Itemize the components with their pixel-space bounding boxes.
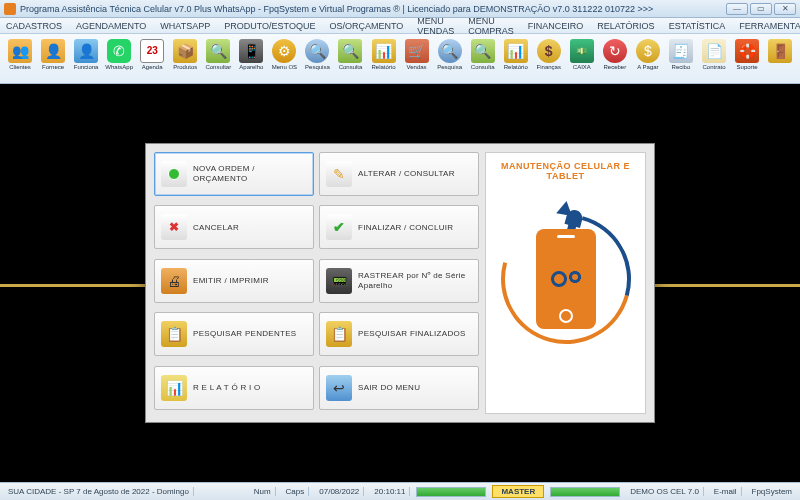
- tb-apagar[interactable]: $A Pagar: [632, 37, 664, 81]
- menu-estatistica[interactable]: ESTATÍSTICA: [669, 21, 726, 31]
- search-icon: 🔍: [438, 39, 462, 63]
- pendentes-button[interactable]: 📋PESQUISAR PENDENTES: [154, 312, 314, 356]
- tb-relatorio1[interactable]: 📊Relatório: [368, 37, 400, 81]
- box-icon: 📦: [173, 39, 197, 63]
- emitir-button[interactable]: 🖨EMITIR / IMPRIMIR: [154, 259, 314, 303]
- menu-financeiro[interactable]: FINANCEIRO: [528, 21, 584, 31]
- document-icon: 📄: [702, 39, 726, 63]
- statusbar: SUA CIDADE - SP 7 de Agosto de 2022 - Do…: [0, 482, 800, 500]
- pay-icon: $: [636, 39, 660, 63]
- report-icon: 📊: [161, 375, 187, 401]
- tb-aparelho[interactable]: 📱Aparelho: [235, 37, 267, 81]
- search-icon: 🔍: [305, 39, 329, 63]
- phone-icon: 📱: [239, 39, 263, 63]
- print-icon: 🖨: [161, 268, 187, 294]
- sb-master: MASTER: [492, 485, 544, 498]
- button-grid: NOVA ORDEM / ORÇAMENTO ALTERAR / CONSULT…: [154, 152, 479, 414]
- toolbar: 👥Clientes 👤Fornece 👤Funciona ✆WhatsApp 2…: [0, 34, 800, 84]
- exit-icon: ↩: [326, 375, 352, 401]
- logo: [496, 189, 636, 369]
- sb-caps: Caps: [282, 487, 310, 496]
- whatsapp-icon: ✆: [107, 39, 131, 63]
- done-icon: 📋: [326, 321, 352, 347]
- receipt-icon: 🧾: [669, 39, 693, 63]
- tb-caixa[interactable]: 💵CAIXA: [566, 37, 598, 81]
- tb-contrato[interactable]: 📄Contrato: [698, 37, 730, 81]
- sb-progress2: [550, 487, 620, 497]
- relatorio-button[interactable]: 📊R E L A T Ó R I O: [154, 366, 314, 410]
- tb-recibo[interactable]: 🧾Recibo: [665, 37, 697, 81]
- sb-num: Num: [250, 487, 276, 496]
- tb-receber[interactable]: ↻Receber: [599, 37, 631, 81]
- track-icon: 📟: [326, 268, 352, 294]
- sb-progress: [416, 487, 486, 497]
- menu-vendas[interactable]: MENU VENDAS: [417, 16, 454, 36]
- finalizar-button[interactable]: FINALIZAR / CONCLUIR: [319, 205, 479, 249]
- cancel-icon: [161, 214, 187, 240]
- cancelar-button[interactable]: CANCELAR: [154, 205, 314, 249]
- tb-agenda[interactable]: 23Agenda: [136, 37, 168, 81]
- check-icon: [326, 214, 352, 240]
- menu-relatorios[interactable]: RELATÓRIOS: [597, 21, 654, 31]
- app-icon: [4, 3, 16, 15]
- minimize-button[interactable]: —: [726, 3, 748, 15]
- gear-icon: [551, 271, 567, 287]
- gear-icon: ⚙: [272, 39, 296, 63]
- titlebar: Programa Assistência Técnica Celular v7.…: [0, 0, 800, 18]
- edit-icon: [326, 161, 352, 187]
- tb-clientes[interactable]: 👥Clientes: [4, 37, 36, 81]
- people-icon: 👥: [8, 39, 32, 63]
- sb-date: 07/08/2022: [315, 487, 364, 496]
- tb-menuos[interactable]: ⚙Menu OS: [268, 37, 300, 81]
- alterar-button[interactable]: ALTERAR / CONSULTAR: [319, 152, 479, 196]
- finalizados-button[interactable]: 📋PESQUISAR FINALIZADOS: [319, 312, 479, 356]
- tb-pesquisa1[interactable]: 🔍Pesquisa: [301, 37, 333, 81]
- phone-icon: [536, 229, 596, 329]
- menu-whatsapp[interactable]: WHATSAPP: [160, 21, 210, 31]
- tb-fornece[interactable]: 👤Fornece: [37, 37, 69, 81]
- menu-produto[interactable]: PRODUTO/ESTOQUE: [224, 21, 315, 31]
- sb-location: SUA CIDADE - SP 7 de Agosto de 2022 - Do…: [4, 487, 194, 496]
- tb-consulta2[interactable]: 🔍Consulta: [467, 37, 499, 81]
- maximize-button[interactable]: ▭: [750, 3, 772, 15]
- search-icon: 🔍: [471, 39, 495, 63]
- menu-os[interactable]: OS/ORÇAMENTO: [329, 21, 403, 31]
- tb-consulta1[interactable]: 🔍Consulta: [334, 37, 366, 81]
- search-icon: 🔍: [338, 39, 362, 63]
- sair-menu-button[interactable]: ↩SAIR DO MENU: [319, 366, 479, 410]
- money-icon: $: [537, 39, 561, 63]
- sb-time: 20:10:11: [370, 487, 410, 496]
- sb-email[interactable]: E-mail: [710, 487, 742, 496]
- nova-ordem-button[interactable]: NOVA ORDEM / ORÇAMENTO: [154, 152, 314, 196]
- tb-funciona[interactable]: 👤Funciona: [70, 37, 102, 81]
- tb-vendas[interactable]: 🛒Vendas: [401, 37, 433, 81]
- tb-consultar1[interactable]: 🔍Consultar: [202, 37, 234, 81]
- person-icon: 👤: [74, 39, 98, 63]
- receive-icon: ↻: [603, 39, 627, 63]
- tb-produtos[interactable]: 📦Produtos: [169, 37, 201, 81]
- new-icon: [161, 161, 187, 187]
- calendar-icon: 23: [140, 39, 164, 63]
- workspace: NOVA ORDEM / ORÇAMENTO ALTERAR / CONSULT…: [0, 84, 800, 482]
- support-icon: 🛟: [735, 39, 759, 63]
- pending-icon: 📋: [161, 321, 187, 347]
- menu-agendamento[interactable]: AGENDAMENTO: [76, 21, 146, 31]
- menubar: CADASTROS AGENDAMENTO WHATSAPP PRODUTO/E…: [0, 18, 800, 34]
- tb-financas[interactable]: $Finanças: [533, 37, 565, 81]
- tb-relatorio2[interactable]: 📊Relatório: [500, 37, 532, 81]
- sb-demo: DEMO OS CEL 7.0: [626, 487, 704, 496]
- tb-whatsapp[interactable]: ✆WhatsApp: [103, 37, 135, 81]
- window-title: Programa Assistência Técnica Celular v7.…: [20, 4, 726, 14]
- tb-suporte[interactable]: 🛟Suporte: [731, 37, 763, 81]
- rastrear-button[interactable]: 📟RASTREAR por Nº de Série Aparelho: [319, 259, 479, 303]
- tb-sair[interactable]: 🚪: [764, 37, 796, 81]
- report-icon: 📊: [372, 39, 396, 63]
- side-panel: MANUTENÇÃO CELULAR E TABLET: [485, 152, 646, 414]
- sb-fpq[interactable]: FpqSystem: [748, 487, 796, 496]
- menu-compras[interactable]: MENU COMPRAS: [468, 16, 514, 36]
- menu-cadastros[interactable]: CADASTROS: [6, 21, 62, 31]
- close-button[interactable]: ✕: [774, 3, 796, 15]
- menu-ferramentas[interactable]: FERRAMENTAS: [739, 21, 800, 31]
- side-title: MANUTENÇÃO CELULAR E TABLET: [490, 161, 641, 181]
- tb-pesquisa2[interactable]: 🔍Pesquisa: [434, 37, 466, 81]
